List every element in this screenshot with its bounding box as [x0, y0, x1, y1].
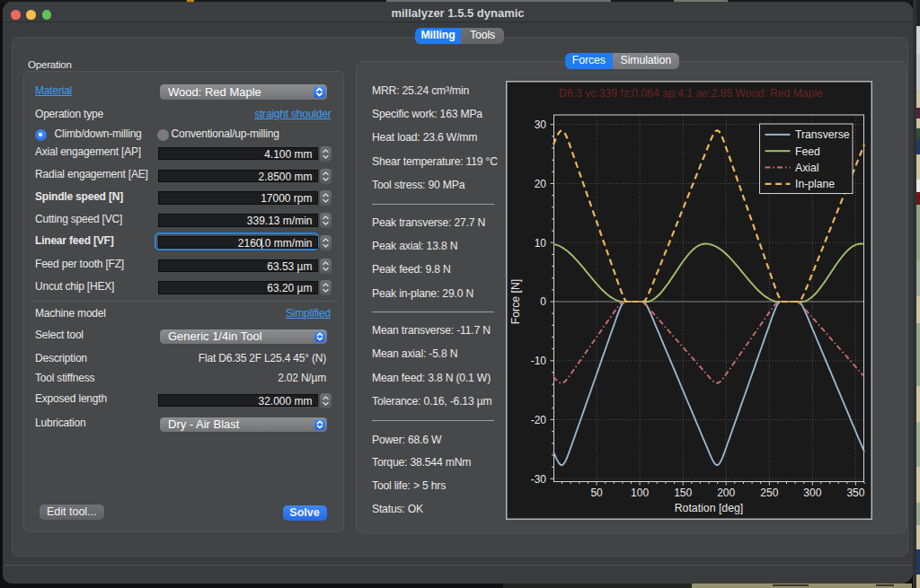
svg-text:20: 20: [535, 177, 547, 189]
svg-text:30: 30: [535, 118, 547, 131]
svg-text:Force [N]: Force [N]: [509, 278, 522, 324]
svg-text:Transverse: Transverse: [795, 128, 850, 141]
svg-text:Feed: Feed: [795, 145, 820, 157]
svg-text:10: 10: [535, 236, 547, 249]
svg-text:250: 250: [760, 487, 778, 499]
svg-text:100: 100: [631, 487, 649, 499]
svg-text:300: 300: [803, 487, 821, 499]
svg-text:D6.3 vc:339 fz:0.064 ap:4.1 ae: D6.3 vc:339 fz:0.064 ap:4.1 ae:2.85 Wood…: [559, 86, 823, 99]
svg-text:0: 0: [540, 295, 546, 308]
svg-text:50: 50: [590, 487, 603, 499]
svg-text:Rotation [deg]: Rotation [deg]: [675, 502, 744, 514]
svg-text:150: 150: [674, 487, 692, 499]
svg-text:-10: -10: [531, 355, 547, 367]
svg-text:200: 200: [717, 487, 735, 499]
svg-text:Axial: Axial: [795, 161, 818, 173]
svg-text:350: 350: [846, 487, 864, 499]
svg-text:-30: -30: [531, 472, 547, 485]
svg-text:In-plane: In-plane: [795, 178, 835, 190]
svg-text:-20: -20: [531, 413, 547, 426]
